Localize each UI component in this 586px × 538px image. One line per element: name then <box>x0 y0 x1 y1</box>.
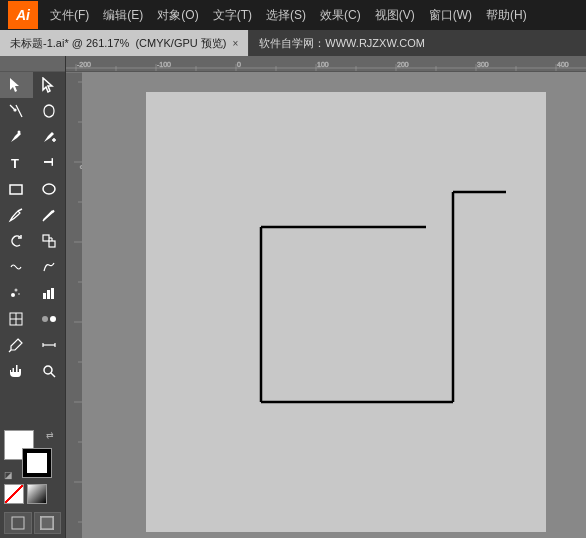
menu-window[interactable]: 窗口(W) <box>423 5 478 26</box>
svg-point-27 <box>42 316 48 322</box>
default-colors-icon[interactable]: ◪ <box>4 470 13 480</box>
gradient-swatch[interactable] <box>27 484 47 504</box>
svg-line-34 <box>51 373 55 377</box>
title-bar: Ai 文件(F) 编辑(E) 对象(O) 文字(T) 选择(S) 效果(C) 视… <box>0 0 586 30</box>
selection-tool[interactable] <box>0 72 33 98</box>
pencil-tool[interactable] <box>33 202 66 228</box>
svg-rect-15 <box>49 241 55 247</box>
svg-text:0: 0 <box>79 165 82 169</box>
normal-screen-mode[interactable] <box>4 512 32 534</box>
active-tab[interactable]: 未标题-1.ai* @ 261.17% (CMYK/GPU 预览) × <box>0 30 249 56</box>
add-anchor-tool[interactable] <box>33 124 66 150</box>
svg-rect-60 <box>66 72 82 538</box>
menu-help[interactable]: 帮助(H) <box>480 5 533 26</box>
tool-row-2 <box>0 98 65 124</box>
ellipse-tool[interactable] <box>33 176 66 202</box>
svg-text:400: 400 <box>557 61 569 68</box>
svg-text:100: 100 <box>317 61 329 68</box>
svg-text:200: 200 <box>397 61 409 68</box>
toolbar-bottom <box>0 508 65 538</box>
svg-point-18 <box>11 293 15 297</box>
rectangle-tool[interactable] <box>0 176 33 202</box>
eyedropper-tool[interactable] <box>0 332 33 358</box>
tool-row-9 <box>0 280 65 306</box>
lasso-tool[interactable] <box>33 98 66 124</box>
blend-tool[interactable] <box>33 306 66 332</box>
swap-colors-icon[interactable]: ⇄ <box>46 430 54 440</box>
stroke-color-box[interactable] <box>22 448 52 478</box>
menu-object[interactable]: 对象(O) <box>151 5 204 26</box>
tool-row-1 <box>0 72 65 98</box>
svg-line-12 <box>18 209 22 211</box>
menu-effect[interactable]: 效果(C) <box>314 5 367 26</box>
svg-point-33 <box>44 366 52 374</box>
tab-right-label: 软件自学网：WWW.RJZXW.COM <box>249 30 586 56</box>
tab-close-button[interactable]: × <box>232 38 238 49</box>
menu-edit[interactable]: 编辑(E) <box>97 5 149 26</box>
none-swatch[interactable] <box>4 484 24 504</box>
scale-tool[interactable] <box>33 228 66 254</box>
svg-line-29 <box>9 350 11 352</box>
ai-logo: Ai <box>8 1 38 29</box>
tool-row-6 <box>0 202 65 228</box>
canvas-area[interactable]: -200 -100 0 100 200 300 400 <box>66 56 586 538</box>
svg-rect-14 <box>43 235 49 241</box>
pen-tool[interactable] <box>0 124 33 150</box>
svg-marker-1 <box>43 78 52 92</box>
svg-point-28 <box>50 316 56 322</box>
stroke-fill-box[interactable]: ⇄ ◪ <box>4 430 54 480</box>
svg-text:300: 300 <box>477 61 489 68</box>
screen-mode-row <box>4 512 61 534</box>
menu-file[interactable]: 文件(F) <box>44 5 95 26</box>
menu-select[interactable]: 选择(S) <box>260 5 312 26</box>
type-vertical-tool[interactable]: T <box>33 150 66 176</box>
color-area: ⇄ ◪ <box>0 426 65 508</box>
color-row2 <box>4 484 61 504</box>
svg-point-19 <box>15 289 18 292</box>
symbol-spray-tool[interactable] <box>0 280 33 306</box>
hand-tool[interactable] <box>0 358 33 384</box>
stroke-inner <box>27 453 47 473</box>
toolbar: T T <box>0 56 66 538</box>
svg-text:-100: -100 <box>157 61 171 68</box>
svg-rect-10 <box>10 185 22 194</box>
svg-text:T: T <box>41 158 56 166</box>
tool-row-4: T T <box>0 150 65 176</box>
svg-rect-22 <box>47 290 50 299</box>
canvas-content[interactable]: 0 <box>66 72 586 538</box>
svg-text:-200: -200 <box>77 61 91 68</box>
main-layout: T T <box>0 56 586 538</box>
menu-type[interactable]: 文字(T) <box>207 5 258 26</box>
tool-row-7 <box>0 228 65 254</box>
menu-view[interactable]: 视图(V) <box>369 5 421 26</box>
column-graph-tool[interactable] <box>33 280 66 306</box>
svg-point-4 <box>14 109 16 111</box>
svg-line-3 <box>10 105 14 109</box>
svg-point-11 <box>43 184 55 194</box>
tool-row-3 <box>0 124 65 150</box>
svg-rect-77 <box>146 92 546 532</box>
svg-rect-21 <box>43 293 46 299</box>
full-screen-mode[interactable] <box>34 512 62 534</box>
tool-row-8 <box>0 254 65 280</box>
svg-rect-35 <box>12 517 24 529</box>
mesh-tool[interactable] <box>0 306 33 332</box>
rotate-tool[interactable] <box>0 228 33 254</box>
measure-tool[interactable] <box>33 332 66 358</box>
ruler-top: -200 -100 0 100 200 300 400 <box>66 56 586 72</box>
zoom-tool[interactable] <box>33 358 66 384</box>
svg-point-5 <box>18 131 21 134</box>
tab-label: 未标题-1.ai* @ 261.17% <box>10 36 129 51</box>
svg-line-2 <box>16 105 22 117</box>
svg-text:T: T <box>11 156 19 171</box>
magic-wand-tool[interactable] <box>0 98 33 124</box>
direct-selection-tool[interactable] <box>33 72 66 98</box>
type-tool[interactable]: T <box>0 150 33 176</box>
reshape-tool[interactable] <box>33 254 66 280</box>
paintbrush-tool[interactable] <box>0 202 33 228</box>
tool-row-10 <box>0 306 65 332</box>
svg-rect-23 <box>51 288 54 299</box>
warp-tool[interactable] <box>0 254 33 280</box>
software-label: 软件自学网：WWW.RJZXW.COM <box>259 36 425 51</box>
svg-rect-37 <box>41 517 53 529</box>
